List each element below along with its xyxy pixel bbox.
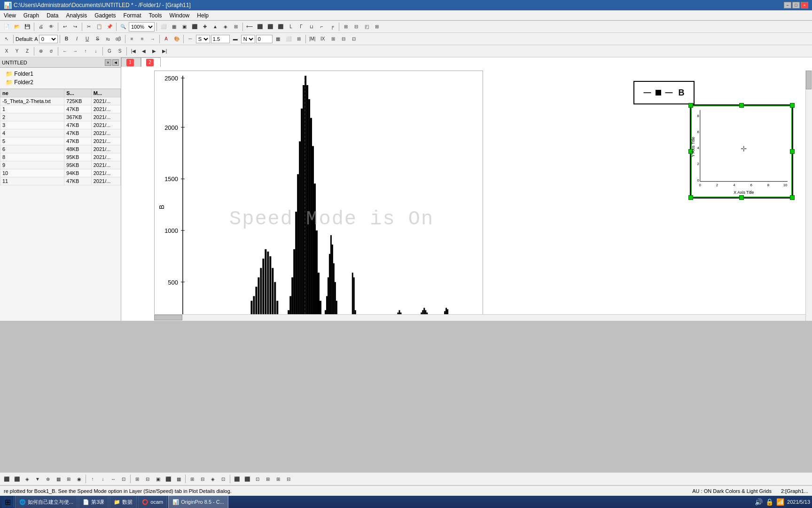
arrow-left-icon[interactable]: ← — [60, 47, 70, 56]
bottom-icon-3[interactable]: ◈ — [23, 474, 32, 484]
menu-graph[interactable]: Graph — [20, 11, 43, 20]
taskbar-btn-folder[interactable]: 📁 数据 — [109, 494, 137, 508]
hatch-icon[interactable]: ▦ — [273, 34, 283, 44]
table-row[interactable]: 1094KB2021/... — [0, 169, 121, 177]
bottom-icon-23[interactable]: ⬛ — [242, 474, 252, 484]
maximize-button[interactable]: □ — [792, 2, 800, 8]
table-row[interactable]: 648KB2021/... — [0, 145, 121, 153]
color-text-icon[interactable]: A — [162, 34, 171, 44]
bottom-icon-14[interactable]: ⊟ — [143, 474, 152, 484]
color-bg-icon[interactable]: 🎨 — [172, 34, 181, 44]
minimize-button[interactable]: − — [784, 2, 791, 8]
menu-tools[interactable]: Tools — [145, 11, 166, 20]
start-button[interactable]: ⊞ — [2, 496, 14, 508]
error-bar-icon[interactable]: ⊕ — [36, 47, 46, 56]
taskbar-btn-word[interactable]: 📄 第3课 — [78, 494, 109, 508]
align-center-icon[interactable]: ≡ — [138, 34, 147, 44]
bold-icon[interactable]: B — [62, 34, 71, 44]
bottom-icon-13[interactable]: ⊞ — [133, 474, 142, 484]
toolbar-icon-1[interactable]: ⬜ — [159, 22, 168, 32]
layer-icon[interactable]: ⊞ — [328, 34, 338, 44]
line-style-icon[interactable]: ─ — [186, 34, 195, 44]
toolbar-icon-8[interactable]: ⊞ — [231, 22, 241, 32]
menu-format[interactable]: Format — [120, 11, 145, 20]
bottom-icon-26[interactable]: ⊞ — [273, 474, 283, 484]
toolbar-icon-9[interactable]: ⟵ — [245, 22, 254, 32]
strikethrough-icon[interactable]: S — [93, 34, 102, 44]
bottom-icon-9[interactable]: ↑ — [88, 474, 97, 484]
toolbar-icon-2[interactable]: ▦ — [169, 22, 179, 32]
save-icon[interactable]: 💾 — [23, 22, 32, 32]
toolbar-icon-19[interactable]: ⊟ — [351, 22, 361, 32]
italic-icon[interactable]: I — [72, 34, 82, 44]
table-row[interactable]: 995KB2021/... — [0, 161, 121, 169]
underline-icon[interactable]: U — [83, 34, 92, 44]
bottom-icon-8[interactable]: ◉ — [74, 474, 84, 484]
copy-icon[interactable]: 📋 — [94, 22, 104, 32]
toolbar-icon-10[interactable]: ⬛ — [255, 22, 265, 32]
nav-right-icon[interactable]: ▶| — [160, 47, 169, 56]
panel-resize-btn[interactable]: ◄ — [112, 59, 119, 66]
panel-controls[interactable]: × ◄ — [105, 59, 119, 66]
z-icon[interactable]: Z — [23, 47, 32, 56]
table-row[interactable]: 447KB2021/... — [0, 129, 121, 137]
table-row[interactable]: 895KB2021/... — [0, 153, 121, 161]
taskbar-btn-ocam[interactable]: ⭕ ocam — [138, 494, 167, 508]
table-row[interactable]: 347KB2021/... — [0, 121, 121, 129]
table-row[interactable]: -5_Theta_2-Theta.txt725KB2021/... — [0, 97, 121, 105]
toolbar-icon-21[interactable]: ⊞ — [372, 22, 382, 32]
col-header-modified[interactable]: M... — [91, 89, 120, 97]
toolbar-icon-3[interactable]: ▣ — [180, 22, 189, 32]
subscript-icon[interactable]: x₂ — [103, 34, 113, 44]
menu-view[interactable]: View — [0, 11, 20, 20]
indent-icon[interactable]: → — [148, 34, 157, 44]
align-left-icon[interactable]: ≡ — [127, 34, 137, 44]
bottom-icon-24[interactable]: ⊡ — [253, 474, 262, 484]
superscript-icon[interactable]: αβ — [114, 34, 123, 44]
close-button[interactable]: × — [801, 2, 808, 8]
bottom-icon-10[interactable]: ↓ — [98, 474, 108, 484]
toolbar-icon-12[interactable]: ⬛ — [276, 22, 285, 32]
line-n-input[interactable] — [256, 35, 273, 43]
bottom-icon-25[interactable]: ⊞ — [263, 474, 273, 484]
new-icon[interactable]: 📄 — [2, 22, 11, 32]
mini-graph[interactable]: 0 2 4 6 8 0 2 4 6 8 10 Y Axis Title X Ax… — [690, 104, 793, 198]
print-preview-icon[interactable]: 👁 — [47, 22, 56, 32]
tab-2[interactable]: 2 — [141, 57, 161, 67]
bottom-icon-2[interactable]: ⬛ — [12, 474, 22, 484]
panel-close-btn[interactable]: × — [105, 59, 111, 66]
y-icon[interactable]: Y — [12, 47, 22, 56]
menu-help[interactable]: Help — [193, 11, 212, 20]
table-row[interactable]: 2367KB2021/... — [0, 113, 121, 121]
xyz-icon[interactable]: X — [2, 47, 11, 56]
bottom-icon-21[interactable]: ⊡ — [219, 474, 228, 484]
toolbar-icon-20[interactable]: ◰ — [362, 22, 371, 32]
menu-analysis[interactable]: Analysis — [62, 11, 91, 20]
toolbar-icon-11[interactable]: ⬛ — [265, 22, 275, 32]
nav-prev-icon[interactable]: ◀ — [139, 47, 148, 56]
toolbar-icon-6[interactable]: ▲ — [211, 22, 220, 32]
menu-data[interactable]: Data — [43, 11, 62, 20]
toolbar-icon-13[interactable]: L — [286, 22, 296, 32]
bottom-icon-18[interactable]: ⊞ — [187, 474, 197, 484]
bottom-icon-15[interactable]: ▣ — [153, 474, 163, 484]
bottom-icon-6[interactable]: ▦ — [54, 474, 63, 484]
font-size-select[interactable]: 0 — [39, 35, 58, 43]
bottom-icon-5[interactable]: ⊕ — [43, 474, 53, 484]
line-width-input[interactable] — [211, 35, 230, 43]
cut-icon[interactable]: ✂ — [84, 22, 94, 32]
tray-icon-2[interactable]: 🔒 — [765, 498, 773, 506]
im-icon[interactable]: |M| — [308, 34, 317, 44]
arrow-down-icon[interactable]: ↓ — [91, 47, 101, 56]
paste-icon[interactable]: 📌 — [105, 22, 114, 32]
line-n-select[interactable]: N — [241, 35, 255, 43]
menu-gadgets[interactable]: Gadgets — [91, 11, 119, 20]
print-icon[interactable]: 🖨 — [36, 22, 46, 32]
g-icon[interactable]: G — [105, 47, 114, 56]
toolbar-icon-4[interactable]: ⬛ — [190, 22, 199, 32]
bottom-icon-27[interactable]: ⊟ — [284, 474, 293, 484]
bottom-icon-20[interactable]: ◈ — [208, 474, 218, 484]
bottom-icon-16[interactable]: ⬛ — [164, 474, 173, 484]
bottom-scrollbar[interactable] — [154, 314, 805, 321]
bottom-icon-1[interactable]: ⬛ — [2, 474, 11, 484]
